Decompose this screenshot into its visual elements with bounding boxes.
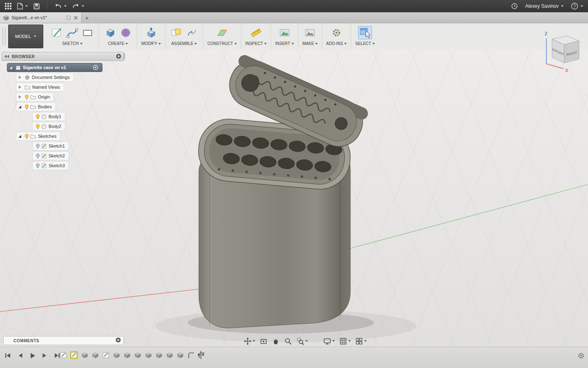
user-menu-button[interactable]: Alexey Savinov xyxy=(524,2,564,10)
timeline-feature-sketch-selected[interactable] xyxy=(70,351,78,359)
assemble-menu[interactable]: ASSEMBLE xyxy=(171,41,197,46)
make-menu[interactable]: MAKE xyxy=(303,41,318,46)
expand-comments-icon[interactable] xyxy=(116,337,121,344)
apps-grid-icon[interactable] xyxy=(4,2,12,10)
toolbar-grip[interactable] xyxy=(2,27,6,45)
construct-menu[interactable]: CONSTRUCT xyxy=(207,41,237,46)
timeline-feature-extrude[interactable] xyxy=(123,351,131,359)
sync-status-icon[interactable] xyxy=(66,15,71,20)
make-icon[interactable] xyxy=(303,26,317,39)
timeline-feature-extrude[interactable] xyxy=(81,351,89,359)
timeline-feature-fillet[interactable] xyxy=(187,351,195,359)
browser-item-document-settings[interactable]: Document Settings xyxy=(16,73,74,81)
display-settings-icon[interactable] xyxy=(323,337,335,346)
expand-arrow-icon[interactable] xyxy=(9,65,13,70)
activate-component-radio[interactable] xyxy=(93,65,98,70)
sketch-menu[interactable]: SKETCH xyxy=(62,41,82,46)
visibility-bulb-icon[interactable] xyxy=(36,153,40,159)
view-cube[interactable]: Z X FRONT RIGHT xyxy=(537,28,588,79)
visibility-bulb-icon[interactable] xyxy=(36,114,40,119)
browser-root-item[interactable]: Sigarette case vn v1 xyxy=(7,63,102,72)
browser-item-named-views[interactable]: Named Views xyxy=(16,83,64,91)
go-to-start-button[interactable] xyxy=(4,352,12,359)
visibility-bulb-icon[interactable] xyxy=(36,124,40,129)
document-tab[interactable]: Sigarett...e vn v1* xyxy=(0,12,82,23)
new-component-icon[interactable] xyxy=(169,26,183,39)
panel-options-icon[interactable] xyxy=(116,54,121,60)
browser-item-bodies[interactable]: Bodies xyxy=(16,103,56,111)
browser-item-sketches[interactable]: Sketches xyxy=(16,132,60,140)
visibility-bulb-icon[interactable] xyxy=(24,104,29,110)
browser-item-sketch1[interactable]: Sketch1 xyxy=(33,142,69,150)
measure-icon[interactable] xyxy=(249,26,263,39)
addins-menu[interactable]: ADD-INS xyxy=(326,41,347,46)
redo-button[interactable] xyxy=(71,2,85,10)
pan-hand-icon[interactable] xyxy=(272,337,280,346)
timeline-feature-sketch[interactable] xyxy=(102,351,110,359)
zoom-icon[interactable] xyxy=(284,337,292,346)
browser-item-origin[interactable]: Origin xyxy=(16,93,53,101)
form-icon[interactable] xyxy=(119,26,133,39)
step-forward-button[interactable] xyxy=(41,352,48,359)
browser-header[interactable]: BROWSER xyxy=(2,52,124,61)
timeline-feature-extrude[interactable] xyxy=(134,351,142,359)
rectangle-icon[interactable] xyxy=(81,26,95,39)
comments-bar[interactable]: COMMENTS xyxy=(3,336,124,345)
timeline-settings-gear-icon[interactable] xyxy=(577,352,585,361)
timeline-feature-sketch[interactable] xyxy=(60,351,67,359)
select-menu[interactable]: SELECT xyxy=(355,41,375,46)
zoom-window-icon[interactable] xyxy=(296,337,308,346)
browser-item-body2[interactable]: Body2 xyxy=(33,122,65,130)
browser-item-body1[interactable]: Body1 xyxy=(33,112,65,121)
press-pull-icon[interactable] xyxy=(144,26,158,39)
undo-button[interactable] xyxy=(54,2,67,10)
ribbon-toolbar: MODEL SKETCH xyxy=(0,23,588,49)
select-cursor-icon[interactable] xyxy=(358,26,372,39)
create-sketch-icon[interactable] xyxy=(50,26,64,39)
insert-menu[interactable]: INSERT xyxy=(275,41,294,46)
close-tab-icon[interactable] xyxy=(74,16,78,20)
visibility-bulb-icon[interactable] xyxy=(36,144,40,149)
expand-arrow-icon[interactable] xyxy=(18,85,22,89)
add-ins-icon[interactable] xyxy=(330,26,343,39)
new-tab-button[interactable]: + xyxy=(82,12,92,23)
file-menu-button[interactable] xyxy=(16,2,29,10)
collapse-panel-icon[interactable] xyxy=(4,55,9,58)
panel-resize-handle[interactable] xyxy=(123,53,125,59)
insert-image-icon[interactable] xyxy=(278,26,292,39)
look-at-icon[interactable] xyxy=(259,337,268,346)
expand-arrow-icon[interactable] xyxy=(18,75,22,79)
visibility-bulb-icon[interactable] xyxy=(36,163,40,168)
browser-item-sketch2[interactable]: Sketch2 xyxy=(33,152,69,160)
orbit-icon[interactable] xyxy=(243,337,256,346)
visibility-bulb-icon[interactable] xyxy=(24,94,29,100)
expand-arrow-icon[interactable] xyxy=(18,105,22,109)
grid-display-icon[interactable] xyxy=(339,337,351,346)
construction-plane-icon[interactable] xyxy=(215,26,229,39)
expand-arrow-icon[interactable] xyxy=(18,95,22,99)
timeline-position-slider[interactable] xyxy=(198,350,204,361)
timeline-feature-extrude[interactable] xyxy=(145,351,152,359)
timeline-feature-extrude[interactable] xyxy=(166,351,174,359)
viewports-icon[interactable] xyxy=(355,337,367,346)
save-button[interactable] xyxy=(33,2,40,10)
modify-menu[interactable]: MODIFY xyxy=(141,41,161,46)
browser-item-sketch3[interactable]: Sketch3 xyxy=(33,162,69,170)
spline-icon[interactable] xyxy=(65,26,79,39)
play-button[interactable] xyxy=(29,352,36,359)
timeline-feature-extrude[interactable] xyxy=(155,351,163,359)
clock-icon[interactable] xyxy=(510,2,519,10)
timeline-feature-extrude[interactable] xyxy=(176,351,184,359)
inspect-menu[interactable]: INSPECT xyxy=(245,41,267,46)
timeline-feature-extrude[interactable] xyxy=(113,351,120,359)
extrude-icon[interactable] xyxy=(103,26,117,39)
joint-icon[interactable] xyxy=(185,26,199,39)
create-menu[interactable]: CREATE xyxy=(108,41,128,46)
step-back-button[interactable] xyxy=(17,352,24,359)
help-button[interactable]: ? xyxy=(570,2,584,11)
body-icon xyxy=(41,124,47,129)
timeline-feature-extrude[interactable] xyxy=(91,351,99,359)
workspace-switcher[interactable]: MODEL xyxy=(8,25,43,48)
expand-arrow-icon[interactable] xyxy=(18,134,22,138)
visibility-bulb-icon[interactable] xyxy=(24,134,29,139)
